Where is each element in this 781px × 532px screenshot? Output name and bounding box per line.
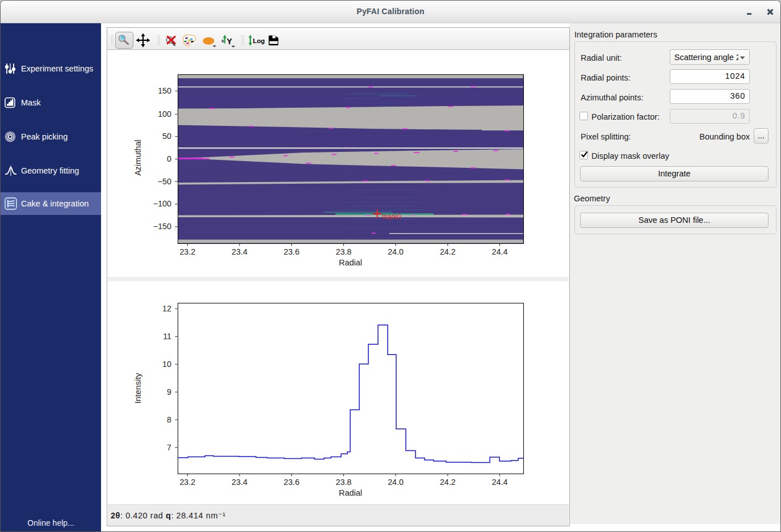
svg-text:mark0: mark0 xyxy=(382,213,401,221)
svg-text:Radial: Radial xyxy=(339,258,362,267)
svg-text:7: 7 xyxy=(167,443,171,452)
svg-text:23.8: 23.8 xyxy=(335,247,351,256)
svg-text:24.0: 24.0 xyxy=(388,247,404,256)
svg-text:23.2: 23.2 xyxy=(179,478,195,487)
svg-text:23.4: 23.4 xyxy=(232,478,247,487)
svg-text:12: 12 xyxy=(162,304,171,313)
svg-text:11: 11 xyxy=(163,332,171,341)
svg-text:24.2: 24.2 xyxy=(440,247,456,256)
svg-text:Radial: Radial xyxy=(339,488,362,497)
svg-text:8: 8 xyxy=(167,415,171,424)
svg-text:Azimuthal: Azimuthal xyxy=(133,140,142,176)
svg-text:0: 0 xyxy=(167,154,171,163)
svg-text:10: 10 xyxy=(162,360,171,369)
svg-text:24.2: 24.2 xyxy=(440,478,456,487)
svg-text:50: 50 xyxy=(162,132,171,141)
svg-text:9: 9 xyxy=(167,387,171,396)
svg-text:23.2: 23.2 xyxy=(179,247,195,256)
svg-text:−50: −50 xyxy=(158,177,171,186)
svg-text:Log: Log xyxy=(253,37,265,44)
svg-text:23.6: 23.6 xyxy=(284,247,300,256)
svg-text:23.8: 23.8 xyxy=(335,478,351,487)
svg-text:24.0: 24.0 xyxy=(388,478,404,487)
svg-text:23.4: 23.4 xyxy=(232,247,247,256)
svg-text:−150: −150 xyxy=(153,222,171,231)
svg-text:−100: −100 xyxy=(153,199,171,208)
svg-text:Y: Y xyxy=(227,37,233,46)
svg-text:0: 0 xyxy=(222,39,224,43)
svg-text:24.4: 24.4 xyxy=(492,478,508,487)
svg-text:Intensity: Intensity xyxy=(133,373,142,404)
svg-text:100: 100 xyxy=(158,109,171,119)
svg-text:23.6: 23.6 xyxy=(284,478,300,487)
svg-text:24.4: 24.4 xyxy=(492,247,508,256)
svg-text:150: 150 xyxy=(158,86,171,95)
